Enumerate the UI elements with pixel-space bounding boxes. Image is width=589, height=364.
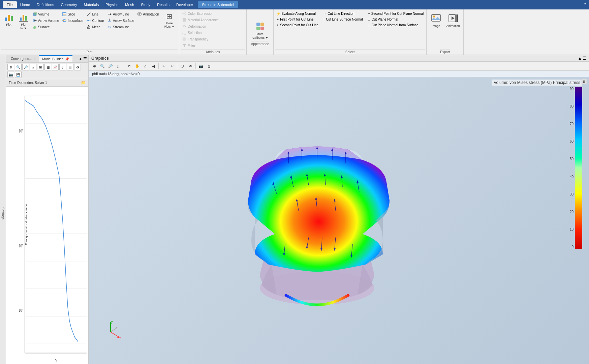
viewport-corner-btn[interactable]: ⊞ — [582, 79, 587, 84]
first-point-cut-line-button[interactable]: ✦ First Point for Cut Line — [275, 17, 320, 22]
camera-btn[interactable]: 📷 — [7, 71, 14, 78]
stress-module-tab[interactable]: Stress in Submodel — [198, 1, 238, 8]
filter-label: Filter — [188, 44, 195, 48]
gt-undo[interactable]: ↩ — [160, 62, 167, 70]
file-tab[interactable]: File — [3, 1, 17, 8]
evaluate-along-normal-label: Evaluate Along Normal — [281, 12, 316, 16]
transparency-button: Transparency — [181, 36, 210, 42]
gt-rotate[interactable]: ↺ — [125, 62, 133, 70]
definitions-tab[interactable]: Definitions — [33, 1, 57, 8]
graphics-viewport[interactable]: Volume: von Mises stress (MPa) Principal… — [89, 77, 589, 364]
left-panel: Convergenc... × Model Builder 📌 ▲ ☰ ⊕ 🔍 … — [6, 55, 89, 364]
annotation-button[interactable]: Annotation — [136, 11, 160, 17]
line-button[interactable]: Line — [85, 11, 105, 17]
gt-print[interactable]: 🖨 — [205, 62, 213, 70]
save-btn[interactable]: 💾 — [15, 71, 22, 78]
solver-menu-btn[interactable]: 📁 — [81, 81, 86, 85]
model-builder-pin[interactable]: 📌 — [65, 57, 69, 61]
plot-large-button[interactable]: Plot — [1, 10, 16, 28]
panel-menu[interactable]: ☰ — [83, 57, 87, 61]
svg-point-39 — [433, 16, 435, 18]
evaluate-along-normal-button[interactable]: ⚡ Evaluate Along Normal — [275, 11, 320, 16]
panel-collapse[interactable]: ▲ — [79, 57, 83, 61]
convergence-tab-close[interactable]: × — [34, 57, 35, 61]
svg-marker-10 — [36, 20, 37, 21]
home-tab[interactable]: Home — [17, 1, 33, 8]
gt-undo2[interactable]: ↩ — [168, 62, 176, 70]
gt-zoom-out[interactable]: 🔎 — [107, 62, 114, 70]
physics-tab[interactable]: Physics — [102, 1, 122, 8]
mesh-button[interactable]: Mesh — [85, 24, 105, 30]
gt-screenshot[interactable]: 📷 — [197, 62, 205, 70]
second-point-cut-line-button[interactable]: ✦ Second Point for Cut Line — [275, 23, 320, 28]
zoom-out-btn[interactable]: 🔎 — [22, 64, 29, 70]
convergence-tab[interactable]: Convergenc... × — [7, 56, 39, 62]
config-btn[interactable]: ⚙ — [74, 64, 81, 70]
arrow-surface-button[interactable]: Arrow Surface — [106, 18, 135, 24]
svg-text:z: z — [120, 336, 121, 339]
developer-tab[interactable]: Developer — [173, 1, 196, 8]
cut-line-surface-normal-button[interactable]: ↑ Cut Line Surface Normal — [322, 17, 364, 22]
gt-view-select[interactable]: ⬡ — [179, 62, 186, 70]
arrow-line-button[interactable]: Arrow Line — [106, 11, 135, 17]
gt-visibility[interactable]: 👁 — [187, 62, 194, 70]
svg-marker-11 — [33, 26, 36, 29]
animation-export-label: Animation — [446, 24, 460, 28]
streamline-button[interactable]: Streamline — [106, 24, 135, 30]
arrow-volume-button[interactable]: Arrow Volume — [31, 18, 60, 24]
volume-button[interactable]: Volume — [31, 11, 60, 17]
surface-button[interactable]: Surface — [31, 24, 60, 30]
cut-line-direction-button[interactable]: → Cut Line Direction — [322, 11, 364, 16]
line-chart-btn[interactable]: 📈 — [52, 64, 59, 70]
plot-in-button[interactable]: PlotIn ▼ — [17, 10, 31, 31]
cb-label-40: 40 — [570, 175, 574, 179]
results-tab[interactable]: Results — [154, 1, 173, 8]
graphics-menu[interactable]: ☰ — [583, 56, 586, 61]
contour-button[interactable]: Contour — [85, 18, 105, 24]
gt-home[interactable]: ⌂ — [142, 62, 149, 70]
mesh-label: Mesh — [92, 25, 100, 29]
grid-btn[interactable]: ⊞ — [37, 64, 44, 70]
gt-zoom-box[interactable]: ⬚ — [115, 62, 122, 70]
color-expression-label: Color Expression — [188, 12, 213, 16]
zoom-in-btn[interactable]: 🔍 — [15, 64, 22, 70]
cut-line-surface-normal-label: Cut Line Surface Normal — [326, 18, 363, 21]
mesh-tab[interactable]: Mesh — [122, 1, 137, 8]
svg-rect-0 — [5, 18, 7, 21]
svg-rect-37 — [260, 27, 264, 30]
cut-plane-normal-surface-icon: ⊥ — [368, 23, 371, 27]
more-plots-label: MorePlots ▼ — [164, 22, 174, 28]
cut-plane-normal-surface-button[interactable]: ⊥ Cut Plane Normal from Surface — [366, 23, 425, 28]
first-point-cut-line-icon: ✦ — [276, 18, 279, 21]
gt-prev[interactable]: ◀ — [150, 62, 157, 70]
settings-sidebar[interactable]: Settings — [0, 55, 6, 364]
ribbon: Plot PlotIn ▼ — [0, 9, 589, 55]
animation-export-button[interactable]: Animation — [445, 12, 462, 29]
slice-button[interactable]: Slice — [61, 11, 85, 17]
bar-chart-btn[interactable]: ▦ — [44, 64, 51, 70]
isosurface-button[interactable]: Isosurface — [61, 18, 85, 24]
image-export-button[interactable]: Image — [429, 12, 443, 29]
cut-line-direction-icon: → — [323, 12, 327, 16]
sep4 — [195, 63, 196, 69]
more-attributes-button[interactable]: MoreAttributes ▼ — [250, 20, 270, 41]
study-tab[interactable]: Study — [137, 1, 154, 8]
cut-plane-normal-button[interactable]: ⊥ Cut Plane Normal — [366, 17, 425, 22]
gt-pan[interactable]: ✋ — [133, 62, 141, 70]
materials-tab[interactable]: Materials — [81, 1, 102, 8]
home-view-btn[interactable]: ⌂ — [30, 64, 36, 70]
second-point-cut-plane-button[interactable]: ✦ Second Point for Cut Plane Normal — [366, 11, 425, 16]
panel-toolbar: ⊕ 🔍 🔎 ⌂ ⊞ ▦ 📈 ⋮ ☰ ⚙ 📷 💾 — [6, 63, 88, 79]
gt-zoom-in[interactable]: 🔍 — [99, 62, 106, 70]
model-builder-tab[interactable]: Model Builder 📌 — [39, 55, 72, 62]
more-plots-button[interactable]: ⊞ MorePlots ▼ — [161, 11, 178, 29]
gt-zoom-fit[interactable]: ⊕ — [91, 62, 98, 70]
svg-rect-34 — [256, 23, 260, 26]
graphics-collapse[interactable]: ▲ — [578, 56, 582, 61]
geometry-tab[interactable]: Geometry — [57, 1, 80, 8]
legend-btn[interactable]: ☰ — [67, 64, 73, 70]
color-expression-button: Color Expression — [181, 10, 215, 17]
zoom-to-fit-btn[interactable]: ⊕ — [7, 64, 14, 70]
scatter-btn[interactable]: ⋮ — [59, 64, 66, 70]
help-button[interactable]: ? — [584, 2, 586, 7]
